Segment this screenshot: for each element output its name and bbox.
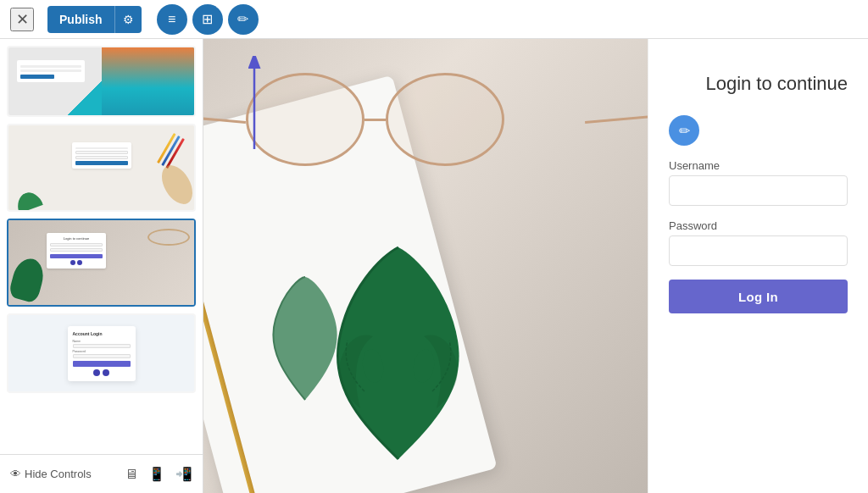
pencil-icon-circle: ✏ (669, 115, 699, 146)
username-label: Username (669, 159, 848, 172)
publish-group: Publish ⚙ (47, 6, 142, 33)
template-thumb-2[interactable] (7, 124, 196, 212)
template-thumb-1[interactable] (7, 46, 196, 117)
main-area: Login to continue Account Login (0, 39, 868, 493)
glasses-prop (246, 73, 585, 225)
pencil-icon: ✏ (679, 123, 690, 139)
password-input[interactable] (669, 235, 848, 266)
eye-icon: 👁 (10, 468, 21, 480)
edit-button[interactable]: ✏ (228, 4, 259, 35)
left-lens (246, 73, 364, 166)
login-title: Login to continue (669, 73, 848, 95)
main-preview (203, 39, 648, 493)
canvas-area (203, 39, 648, 493)
hide-controls-label: Hide Controls (25, 468, 92, 480)
sidebar-panel-list: Login to continue Account Login (0, 39, 203, 454)
top-bar: ✕ Publish ⚙ ≡ ⊞ ✏ (0, 0, 868, 39)
sidebar-bottom-bar: 👁 Hide Controls 🖥 📱 📲 (0, 454, 203, 493)
sidebar: Login to continue Account Login (0, 39, 203, 493)
thumb3-form-preview: Login to continue (47, 233, 106, 269)
template-thumb-3[interactable]: Login to continue (7, 219, 196, 307)
grid-view-button[interactable]: ⊞ (192, 4, 223, 35)
publish-button[interactable]: Publish (47, 6, 114, 33)
thumb4-form-preview: Account Login Name Password (68, 326, 136, 381)
device-icons: 🖥 📱 📲 (125, 466, 192, 482)
mobile-view-button[interactable]: 📲 (175, 466, 192, 482)
thumb2-form-preview (72, 142, 131, 169)
pencil-icon: ✏ (237, 11, 248, 27)
tablet-view-button[interactable]: 📱 (148, 466, 165, 482)
pencils-decor (157, 133, 185, 169)
password-label: Password (669, 219, 848, 232)
template-thumb-4[interactable]: Account Login Name Password (7, 313, 196, 393)
gear-icon: ⚙ (123, 13, 134, 26)
right-panel: Login to continue ✏ Username Password Lo… (648, 39, 868, 493)
login-button[interactable]: Log In (669, 280, 848, 313)
grid-icon: ⊞ (202, 11, 213, 27)
thumb1-form-preview (17, 60, 85, 82)
desktop-view-button[interactable]: 🖥 (125, 466, 138, 482)
right-lens (386, 73, 504, 166)
tool-icons-group: ≡ ⊞ ✏ (157, 4, 259, 35)
monstera-leaf-small (254, 273, 356, 408)
lens-bridge (364, 119, 386, 121)
settings-button[interactable]: ⚙ (114, 6, 142, 33)
close-icon: ✕ (16, 10, 29, 29)
list-icon: ≡ (168, 12, 175, 27)
list-view-button[interactable]: ≡ (157, 4, 187, 35)
close-button[interactable]: ✕ (10, 8, 34, 31)
hide-controls-button[interactable]: 👁 Hide Controls (10, 468, 92, 480)
username-input[interactable] (669, 175, 848, 206)
